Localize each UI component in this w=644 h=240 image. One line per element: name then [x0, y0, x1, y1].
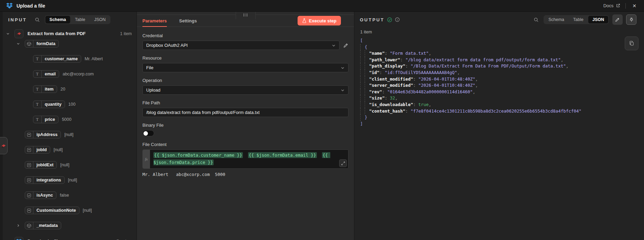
- row-label: Download a file: [28, 239, 60, 240]
- file-content-editor[interactable]: fx {{ $json.formData.customer_name }} {{…: [142, 149, 348, 169]
- row-meta: Preview: [117, 239, 137, 240]
- schema-key-label: formData: [33, 41, 58, 46]
- expression-result-preview: Mr. Albert abc@xcorp.com 5000: [142, 172, 348, 177]
- extract-node-icon: [14, 29, 23, 38]
- credential-select[interactable]: Dropbox OAuth2 API: [142, 41, 340, 50]
- schema-key-pill[interactable]: Temail: [33, 70, 59, 78]
- schema-value: 5000: [62, 117, 72, 122]
- input-tree-row-jobidext[interactable]: jobIdExt[null]: [3, 160, 137, 170]
- copy-output-button[interactable]: [625, 36, 638, 50]
- schema-key-label: email: [42, 72, 59, 76]
- chevron-right-icon[interactable]: [17, 224, 20, 227]
- output-tab-table[interactable]: Table: [569, 16, 588, 23]
- input-tree-row-isasync[interactable]: isAsyncfalse: [3, 190, 137, 200]
- output-json-view: [{"name": "Form data.txt","path_lower": …: [360, 38, 644, 127]
- operation-value: Upload: [146, 87, 160, 93]
- success-check-icon: [387, 17, 392, 22]
- output-body: 1 item [{"name": "Form data.txt","path_l…: [354, 27, 644, 127]
- chevron-down-icon[interactable]: [6, 32, 10, 35]
- schema-key-pill[interactable]: Tquantity: [33, 101, 65, 108]
- input-tree-row-integrations[interactable]: integrations[null]: [3, 175, 137, 185]
- json-line: "is_downloadable": true,: [360, 102, 644, 108]
- info-icon[interactable]: [395, 17, 400, 22]
- schema-key-pill[interactable]: CustomisationNote: [25, 207, 79, 214]
- execute-step-label: Execute step: [309, 18, 336, 23]
- null-icon: [25, 161, 33, 168]
- search-icon[interactable]: [534, 17, 539, 22]
- chevron-down-icon[interactable]: [17, 42, 20, 45]
- row-label: Extract form data from PDF: [28, 31, 86, 36]
- schema-value: [null]: [60, 163, 69, 167]
- input-tab-schema[interactable]: Schema: [45, 16, 70, 23]
- pencil-icon: [615, 17, 620, 22]
- file-path-input[interactable]: [142, 108, 348, 117]
- object-icon: [25, 222, 33, 229]
- input-tree-row-customer-name[interactable]: Tcustomer_nameMr. Albert: [3, 54, 137, 64]
- input-tree-row-ipaddress[interactable]: ipAddress[null]: [3, 130, 137, 139]
- json-line: "rev": "0164e63d3b4482a0000000114d16460"…: [360, 89, 644, 95]
- pin-icon: [629, 18, 634, 22]
- input-tab-json[interactable]: JSON: [90, 16, 110, 23]
- input-tree-row-price[interactable]: Tprice5000: [3, 115, 137, 124]
- output-view-tabs: SchemaTableJSON: [544, 15, 609, 24]
- schema-key-pill[interactable]: isAsync: [25, 191, 56, 199]
- pin-data-button[interactable]: [626, 14, 636, 25]
- input-tree-row-download-a-file[interactable]: Download a filePreview: [3, 236, 137, 240]
- schema-value: [null]: [54, 147, 63, 152]
- input-view-tabs: SchemaTableJSON: [45, 15, 110, 24]
- output-title: OUTPUT: [360, 17, 384, 22]
- input-panel-header: INPUT SchemaTableJSON: [3, 12, 137, 27]
- search-icon[interactable]: [35, 17, 40, 22]
- schema-key-pill[interactable]: Tcustomer_name: [33, 55, 81, 63]
- schema-key-pill[interactable]: _metadata: [25, 222, 61, 229]
- close-icon[interactable]: ✕: [631, 2, 638, 9]
- schema-key-label: _metadata: [33, 223, 61, 228]
- schema-key-pill[interactable]: jobIdExt: [25, 161, 57, 169]
- input-tab-table[interactable]: Table: [71, 16, 89, 23]
- resource-label: Resource: [142, 55, 348, 61]
- edit-output-button[interactable]: [612, 14, 623, 25]
- expression-token[interactable]: {{ $json.formData.email }}: [248, 152, 317, 158]
- param-tabs: ParametersSettings: [142, 15, 197, 27]
- schema-key-pill[interactable]: Titem: [33, 85, 57, 93]
- docs-link[interactable]: Docs: [603, 3, 621, 8]
- schema-key-pill[interactable]: jobId: [25, 146, 50, 154]
- schema-key-pill[interactable]: Tprice: [33, 116, 58, 123]
- json-line: "id": "id:fTOuEilYD5AAAAAAAAAB4gQ",: [360, 70, 644, 76]
- schema-key-pill[interactable]: integrations: [25, 176, 65, 184]
- tab-parameters[interactable]: Parameters: [142, 15, 167, 27]
- pencil-icon[interactable]: [343, 43, 348, 48]
- output-tab-json[interactable]: JSON: [588, 16, 608, 23]
- file-path-label: File Path: [142, 100, 348, 105]
- dropbox-icon: [6, 3, 13, 9]
- null-icon: [25, 131, 33, 138]
- binary-file-toggle[interactable]: [142, 130, 154, 136]
- null-icon: [25, 146, 33, 153]
- operation-select[interactable]: Upload: [142, 85, 348, 95]
- input-tree-row-customisationnote[interactable]: CustomisationNote[null]: [3, 206, 137, 215]
- object-icon: [25, 40, 33, 47]
- input-tree-row-email[interactable]: Temailabc@xcorp.com: [3, 69, 137, 79]
- expression-token[interactable]: {{ $json.formData.customer_name }}: [153, 152, 243, 158]
- expression-editor-content[interactable]: {{ $json.formData.customer_name }} {{ $j…: [150, 150, 348, 168]
- output-tab-schema[interactable]: Schema: [544, 16, 568, 23]
- json-line: "client_modified": "2026-04-01T10:48:40Z…: [360, 76, 644, 83]
- input-tree-row-jobid[interactable]: jobId[null]: [3, 145, 137, 155]
- input-tree-row-formdata[interactable]: formData: [3, 39, 137, 49]
- input-tree-row-extract-form-data-from-pdf[interactable]: Extract form data from PDF1 item: [3, 28, 137, 39]
- schema-key-pill[interactable]: formData: [25, 40, 59, 48]
- external-link-icon: [616, 3, 620, 8]
- input-tree-row-item[interactable]: Titem20: [3, 84, 137, 94]
- text-icon: T: [33, 101, 42, 108]
- input-tree-row--metadata[interactable]: _metadata: [3, 221, 137, 230]
- tab-settings[interactable]: Settings: [179, 15, 197, 27]
- schema-key-pill[interactable]: ipAddress: [25, 131, 61, 138]
- expand-editor-button[interactable]: [339, 159, 347, 167]
- schema-value: [null]: [83, 208, 92, 213]
- execute-step-button[interactable]: Execute step: [298, 16, 341, 25]
- credential-label: Credential: [142, 33, 348, 38]
- parameters-panel: ParametersSettings Execute step Credenti…: [137, 12, 354, 240]
- input-tree-row-quantity[interactable]: Tquantity100: [3, 100, 137, 109]
- resource-select[interactable]: File: [142, 63, 348, 72]
- schema-key-label: ipAddress: [33, 132, 61, 137]
